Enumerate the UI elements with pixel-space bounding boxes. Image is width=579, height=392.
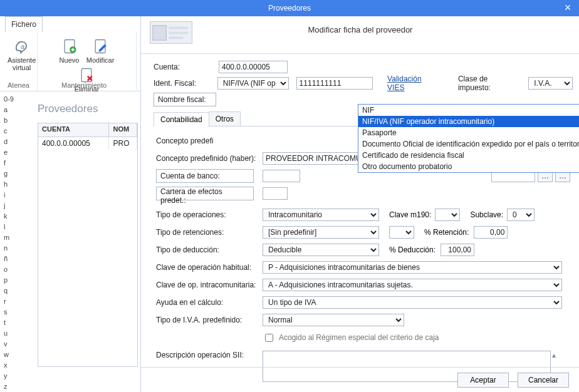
alpha-index: 0-9 abcdefghijklmnñopqrstuvwxyz xyxy=(0,94,18,392)
index-item[interactable]: b xyxy=(0,115,18,126)
col-name[interactable]: NOM xyxy=(109,123,137,137)
new-doc-icon xyxy=(61,38,78,55)
clave-m190-select[interactable] xyxy=(435,209,460,221)
assistant-button[interactable]: a Asistente virtual xyxy=(5,36,38,73)
clave-op-select[interactable]: P - Adquisiciones intracomunitarias de b… xyxy=(263,261,562,274)
ret-aux-select[interactable] xyxy=(389,226,414,239)
index-item[interactable]: j xyxy=(0,200,18,211)
window-titlebar: Proveedores × xyxy=(0,0,579,16)
index-item[interactable]: r xyxy=(0,296,18,307)
portfolio-button[interactable]: Cartera de efectos predet.: xyxy=(156,187,254,200)
assistant-icon: a xyxy=(13,38,31,55)
pct-ret-input[interactable] xyxy=(474,226,508,239)
index-item[interactable]: a xyxy=(0,105,18,115)
ident-type-select[interactable]: NIF/IVA (NIF oper xyxy=(217,77,289,90)
tab-otros[interactable]: Otros xyxy=(209,111,241,126)
ribbon-group-title: Atenea xyxy=(8,81,29,89)
bank-account-input[interactable] xyxy=(263,170,300,182)
index-item[interactable]: e xyxy=(0,147,18,158)
index-item[interactable]: m xyxy=(0,232,18,243)
index-item[interactable]: x xyxy=(0,360,18,371)
label-tipo-ret: Tipo de retenciones: xyxy=(156,228,263,237)
cancel-button[interactable]: Cancelar xyxy=(518,373,569,388)
dropdown-option[interactable]: Certificado de residencia fiscal xyxy=(358,150,579,161)
ribbon: Fichero a Asistente virtual Atenea Nuevo xyxy=(0,16,140,91)
close-icon[interactable]: × xyxy=(561,0,574,15)
svg-text:a: a xyxy=(21,43,24,50)
dropdown-option-selected[interactable]: NIF/IVA (NIF operador intracomunitario) xyxy=(358,116,579,127)
label-tipo-op: Tipo de operaciones: xyxy=(156,210,263,219)
panel-heading: Proveedores xyxy=(38,103,98,115)
scroll-up-icon[interactable]: ▴ xyxy=(552,351,562,359)
table-row[interactable]: 400.0.0.00005 PRO xyxy=(38,137,137,150)
dropdown-option[interactable]: Otro documento probatorio xyxy=(358,161,579,172)
dropdown-option[interactable]: NIF xyxy=(358,105,579,116)
ayuda-select[interactable]: Un tipo de IVA xyxy=(263,296,562,309)
tipo-ded-select[interactable]: Deducible xyxy=(263,244,379,256)
index-item[interactable]: g xyxy=(0,168,18,179)
index-item[interactable]: n xyxy=(0,243,18,254)
label-iva-pred: Tipo de I.V.A. predefinido: xyxy=(156,316,263,324)
bank-account-button[interactable]: Cuenta de banco: xyxy=(156,169,254,183)
dialog-title: Modificar ficha del proveedor xyxy=(141,25,579,34)
index-item[interactable]: y xyxy=(0,371,18,381)
ident-number-input[interactable] xyxy=(296,77,373,90)
ribbon-tab-fichero[interactable]: Fichero xyxy=(5,16,43,33)
caja-checkbox[interactable]: Acogido al Régimen especial del criterio… xyxy=(263,332,439,344)
col-account[interactable]: CUENTA xyxy=(38,123,109,137)
label-account: Cuenta: xyxy=(154,63,219,71)
dropdown-option[interactable]: Documento Oficial de identificación expe… xyxy=(358,138,579,150)
index-item[interactable]: u xyxy=(0,328,18,339)
modify-button[interactable]: Modificar xyxy=(84,36,117,65)
clave-intra-select[interactable]: A - Adquisiciones intracomunitarias suje… xyxy=(263,279,562,291)
caja-checkbox-input[interactable] xyxy=(265,334,273,342)
label-clave-m190: Clave m190: xyxy=(389,210,431,219)
ribbon-group-title: Mantenimiento xyxy=(61,81,107,89)
providers-table: CUENTA NOM 400.0.0.00005 PRO xyxy=(38,123,138,367)
fiscal-name-button[interactable]: Nombre fiscal: xyxy=(154,93,216,106)
tipo-op-select[interactable]: Intracomunitario xyxy=(263,209,379,221)
index-item[interactable]: c xyxy=(0,126,18,137)
index-item[interactable]: ñ xyxy=(0,254,18,264)
dropdown-option[interactable]: Pasaporte xyxy=(358,127,579,138)
index-item[interactable]: i xyxy=(0,190,18,200)
svg-rect-8 xyxy=(169,36,183,39)
label-tax-class: Clase de impuesto: xyxy=(458,75,521,92)
delete-button[interactable]: Eliminar xyxy=(72,65,102,94)
pct-ded-input[interactable] xyxy=(441,244,474,256)
index-item[interactable]: d xyxy=(0,137,18,147)
index-item[interactable]: t xyxy=(0,317,18,328)
provider-dialog: Modificar ficha del proveedor Cuenta: Id… xyxy=(140,16,579,392)
window-title: Proveedores xyxy=(268,4,311,13)
subclave-select[interactable]: 0 xyxy=(507,209,535,221)
portfolio-input[interactable] xyxy=(263,187,288,200)
label-tipo-ded: Tipo de deducción: xyxy=(156,245,263,254)
iva-pred-select[interactable]: Normal xyxy=(263,314,404,326)
label-clave-intra: Clave de op. intracomunitaria: xyxy=(156,281,263,289)
label-clave-op: Clave de operación habitual: xyxy=(156,263,263,272)
tax-class-select[interactable]: I.V.A. xyxy=(528,77,573,90)
label-pct-ded: % Deducción: xyxy=(389,245,436,254)
index-item[interactable]: z xyxy=(0,381,18,392)
label-subclave: Subclave: xyxy=(470,210,503,219)
new-button[interactable]: Nuevo xyxy=(57,36,82,65)
index-item[interactable]: s xyxy=(0,307,18,317)
index-item[interactable]: k xyxy=(0,211,18,222)
label-ayuda: Ayuda en el cálculo: xyxy=(156,298,263,307)
label-pct-ret: % Retención: xyxy=(424,228,469,237)
ident-type-dropdown[interactable]: NIF NIF/IVA (NIF operador intracomunitar… xyxy=(358,104,579,173)
account-input[interactable] xyxy=(219,61,288,73)
vies-link[interactable]: Validación VIES xyxy=(387,75,439,92)
index-item[interactable]: v xyxy=(0,339,18,349)
index-item[interactable]: o xyxy=(0,264,18,275)
index-item[interactable]: p xyxy=(0,275,18,286)
tipo-ret-select[interactable]: [Sin predefinir] xyxy=(263,226,379,239)
index-item[interactable]: f xyxy=(0,158,18,168)
accept-button[interactable]: Aceptar xyxy=(457,373,509,388)
index-item[interactable]: q xyxy=(0,286,18,296)
index-item[interactable]: l xyxy=(0,222,18,232)
index-item[interactable]: w xyxy=(0,349,18,360)
index-item[interactable]: h xyxy=(0,179,18,190)
index-item[interactable]: 0-9 xyxy=(0,94,18,105)
tab-contabilidad[interactable]: Contabilidad xyxy=(154,112,209,126)
